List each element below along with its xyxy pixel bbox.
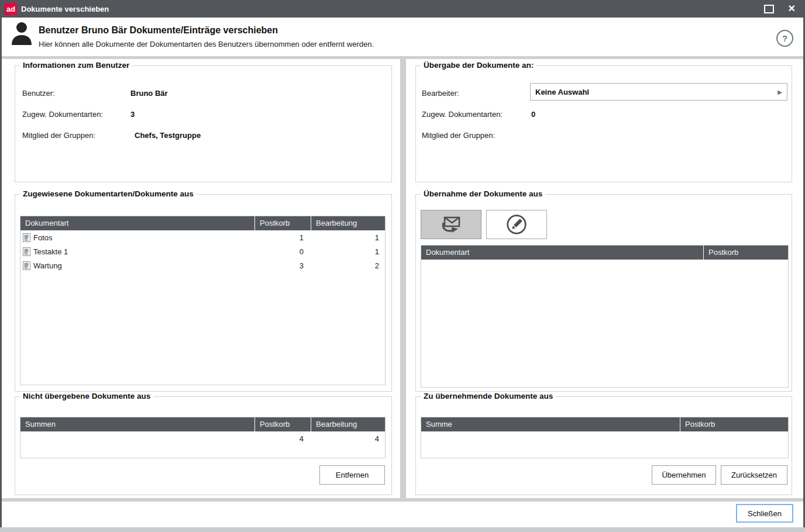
user-label: Benutzer: — [22, 89, 55, 98]
maximize-icon[interactable] — [764, 5, 774, 13]
apply-button[interactable]: Übernehmen — [652, 465, 716, 485]
bearbeitung-count: 1 — [311, 247, 385, 256]
editor-label: Bearbeiter: — [422, 89, 459, 98]
table-row[interactable]: Wartung 3 2 — [20, 258, 385, 272]
table-header: Dokumentart Postkorb — [421, 246, 788, 260]
pending-docs-group: Nicht übergebene Dokumente aus Summen Po… — [15, 396, 392, 495]
takeover-table[interactable]: Dokumentart Postkorb — [421, 245, 789, 388]
document-icon — [23, 261, 30, 270]
takeover-group: Übernahme der Dokumente aus Dokumentart — [415, 194, 792, 392]
doctype-name: Wartung — [33, 261, 62, 270]
window-frame-bottom — [0, 527, 805, 532]
groups-label: Mitglied der Gruppen: — [422, 131, 495, 140]
summary-group: Zu übernehmende Dokumente aus Summe Post… — [415, 396, 792, 495]
close-button[interactable]: Schließen — [736, 504, 793, 523]
postkorb-source-button[interactable] — [421, 210, 481, 239]
column-dokumentart: Dokumentart — [20, 216, 254, 230]
app-logo: ad — [5, 3, 17, 15]
assigned-doctypes-group: Zugewiesene Dokumentarten/Dokumente aus … — [15, 194, 392, 392]
dialog-dokumente-verschieben: ad Dokumente verschieben ✕ Benutzer Brun… — [0, 0, 805, 532]
dropdown-arrow-icon: ▶ — [778, 89, 782, 95]
edit-pencil-icon — [505, 213, 528, 236]
window-title: Dokumente verschieben — [21, 5, 109, 13]
column-summen: Summen — [20, 417, 254, 431]
editor-dropdown[interactable]: Keine Auswahl ▶ — [530, 83, 787, 101]
doctypes-value: 0 — [531, 110, 535, 119]
column-dokumentart: Dokumentart — [421, 246, 703, 260]
doctype-name: Testakte 1 — [33, 247, 68, 256]
user-icon — [10, 21, 33, 47]
title-bar: ad Dokumente verschieben ✕ — [0, 0, 805, 18]
postkorb-sum: 4 — [254, 434, 311, 443]
summary-legend: Zu übernehmende Dokumente aus — [421, 392, 556, 400]
help-icon[interactable]: ? — [776, 30, 793, 47]
assigned-doctypes-table[interactable]: Dokumentart Postkorb Bearbeitung Fotos 1… — [20, 216, 386, 385]
column-postkorb: Postkorb — [680, 417, 788, 431]
groups-label: Mitglied der Gruppen: — [22, 131, 95, 140]
page-subtitle: Hier können alle Dokumente der Dokumenta… — [39, 40, 374, 49]
bearbeitung-sum: 4 — [311, 434, 385, 443]
doctypes-label: Zugew. Dokumentarten: — [422, 110, 503, 119]
sum-row: 4 4 — [20, 431, 385, 445]
column-bearbeitung: Bearbeitung — [311, 216, 385, 230]
table-row[interactable]: Testakte 1 0 1 — [20, 244, 385, 258]
table-header: Summe Postkorb — [421, 417, 788, 431]
close-icon[interactable]: ✕ — [788, 4, 796, 13]
user-info-group: Informationen zum Benutzer Benutzer: Bru… — [15, 65, 392, 182]
remove-button[interactable]: Entfernen — [319, 465, 385, 485]
column-postkorb: Postkorb — [703, 246, 788, 260]
footer-divider — [2, 498, 803, 502]
bearbeitung-source-button[interactable] — [486, 210, 547, 239]
postkorb-count: 1 — [254, 233, 311, 242]
column-postkorb: Postkorb — [254, 417, 311, 431]
user-info-legend: Informationen zum Benutzer — [20, 61, 132, 70]
document-icon — [23, 247, 30, 256]
handover-group: Übergabe der Dokumente an: Bearbeiter: K… — [415, 65, 792, 182]
user-value: Bruno Bär — [130, 89, 168, 98]
column-bearbeitung: Bearbeitung — [311, 417, 385, 431]
document-icon — [23, 233, 30, 242]
table-header: Dokumentart Postkorb Bearbeitung — [20, 216, 385, 230]
doctypes-value: 3 — [130, 110, 135, 119]
handover-legend: Übergabe der Dokumente an: — [421, 61, 536, 70]
bearbeitung-count: 1 — [311, 233, 385, 242]
pending-docs-legend: Nicht übergebene Dokumente aus — [20, 392, 153, 400]
column-postkorb: Postkorb — [254, 216, 311, 230]
assigned-doctypes-legend: Zugewiesene Dokumentarten/Dokumente aus — [20, 189, 197, 198]
doctypes-label: Zugew. Dokumentarten: — [22, 110, 103, 119]
inbox-envelope-icon — [439, 215, 463, 234]
table-row[interactable]: Fotos 1 1 — [20, 230, 385, 244]
groups-value: Chefs, Testgruppe — [135, 131, 201, 140]
table-header: Summen Postkorb Bearbeitung — [20, 417, 385, 431]
postkorb-count: 3 — [254, 261, 311, 270]
editor-dropdown-value: Keine Auswahl — [535, 88, 589, 96]
column-divider — [400, 59, 406, 498]
window-frame-left — [0, 18, 2, 527]
doctype-name: Fotos — [33, 233, 53, 242]
reset-button[interactable]: Zurücksetzen — [721, 465, 787, 485]
pending-docs-table[interactable]: Summen Postkorb Bearbeitung 4 4 — [20, 417, 386, 458]
takeover-legend: Übernahme der Dokumente aus — [421, 189, 545, 198]
bearbeitung-count: 2 — [311, 261, 385, 270]
summary-table[interactable]: Summe Postkorb — [421, 417, 789, 458]
column-summe: Summe — [421, 417, 680, 431]
page-title: Benutzer Bruno Bär Dokumente/Einträge ve… — [39, 25, 278, 36]
postkorb-count: 0 — [254, 247, 311, 256]
